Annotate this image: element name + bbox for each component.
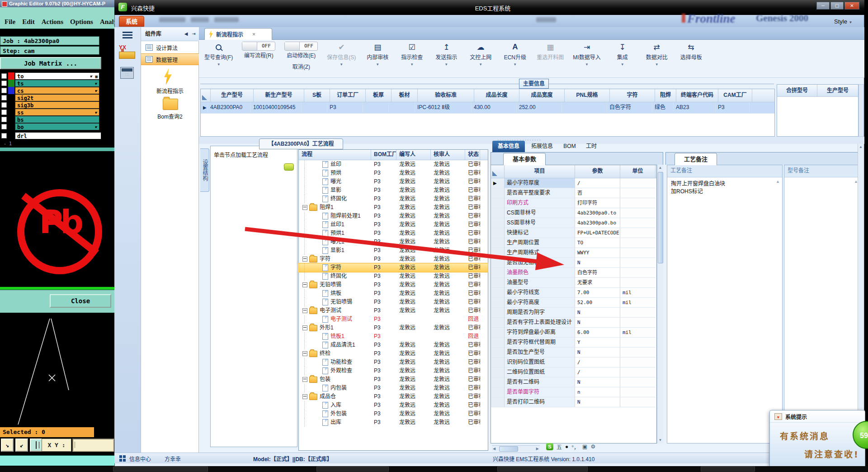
ime-tools-icon[interactable]: ⚙	[590, 443, 595, 450]
param-row[interactable]: 油墨颜色白色字符	[491, 268, 656, 278]
editor-menu-analy[interactable]: Analy	[100, 18, 114, 26]
layer-row-ss[interactable]: ss☛	[0, 109, 99, 116]
flow-row[interactable]: 字符P3龙敦远龙敦远已审核	[299, 263, 488, 272]
scrollbar-thumb[interactable]	[499, 446, 518, 452]
flow-row[interactable]: 丝印P3龙敦远龙敦远已审核	[299, 160, 488, 169]
scroll-right-icon[interactable]: ▶	[536, 446, 539, 452]
chevron-down-icon[interactable]: ▼	[585, 62, 589, 67]
toolbar-button-select-motherboard[interactable]: ⇆选择母板	[679, 42, 704, 61]
ime-softkeyboard-icon[interactable]: ▣	[582, 443, 587, 450]
scroll-left-icon[interactable]: ◀	[493, 446, 495, 452]
expand-icon[interactable]	[302, 325, 307, 330]
flow-row[interactable]: 显影1P3龙敦远龙敦远已审核	[299, 246, 488, 255]
toolbar-button-write-flow-toggle[interactable]: OFF编写流程(R)	[242, 42, 275, 59]
layer-row-to[interactable]: to☛ ▦	[0, 72, 99, 80]
scroll-up-icon[interactable]: ▲	[776, 179, 780, 184]
column-header[interactable]: 编写人	[396, 150, 431, 160]
tab-new-flow-instruction[interactable]: 新流程指示 ×	[204, 28, 272, 40]
param-row[interactable]: 是否字符框代替周期Y	[491, 338, 656, 348]
layer-checkbox[interactable]	[0, 80, 8, 87]
layer-row-bo[interactable]: bo☛	[0, 123, 99, 130]
chevron-down-icon[interactable]: ▼	[621, 62, 624, 67]
hamburger-menu-icon[interactable]	[123, 32, 132, 33]
column-header[interactable]: 生产型号	[211, 89, 254, 102]
sidebar-item-design-algorithm[interactable]: 设计算法	[141, 42, 199, 53]
flow-row[interactable]: 终固化P3龙敦远龙敦远已审核	[299, 195, 488, 203]
job-matrix-button[interactable]: Job Matrix ...	[0, 57, 101, 69]
tile-windows-button[interactable]	[30, 439, 42, 452]
chevron-down-icon[interactable]: ▼	[376, 62, 379, 67]
toggle-switch[interactable]: OFF	[242, 42, 275, 51]
sidebar-item-data-management[interactable]: 数据管理	[141, 53, 199, 65]
toolbar-button-integrate[interactable]: ↧集成▼	[610, 42, 635, 67]
expand-icon[interactable]	[302, 394, 307, 399]
calculator-icon[interactable]	[120, 67, 134, 79]
column-header[interactable]: 项目	[505, 165, 575, 178]
param-row[interactable]: ▶最小字符厚度/	[491, 178, 656, 188]
column-header[interactable]: 单位	[620, 165, 656, 178]
column-header[interactable]: S板	[304, 89, 330, 102]
param-row[interactable]: SS面菲林号4ab2300pa0.bo	[491, 218, 656, 228]
column-header[interactable]: 合拼型号	[777, 85, 817, 96]
flow-row[interactable]: 预烘P3龙敦远龙敦远已审核	[299, 169, 488, 177]
toolbar-button-start-edit-toggle[interactable]: OFF启动修改(E)取消(Z)	[284, 42, 318, 70]
panel-back-icon[interactable]: ◀	[183, 30, 189, 38]
folder-icon[interactable]	[163, 99, 178, 110]
expand-icon[interactable]	[302, 257, 307, 262]
param-row[interactable]: 是否打印二维码N	[491, 397, 656, 407]
toolbar-button-ecn-upgrade[interactable]: AECN升级▼	[502, 42, 528, 67]
scrollbar-thumb[interactable]	[658, 172, 663, 263]
expand-icon[interactable]	[302, 308, 307, 313]
param-row[interactable]: 字符到焊盘最小距离6.00mil	[491, 328, 656, 338]
layer-checkbox[interactable]	[0, 116, 8, 123]
editor-menu-actions[interactable]: Actions	[42, 18, 63, 26]
chevron-down-icon[interactable]: ▼	[410, 62, 414, 67]
flow-row[interactable]: 包装P3龙敦远龙敦远已审核	[299, 375, 488, 384]
toolbar-button-instruction-check[interactable]: ☑指示检查▼	[399, 42, 425, 67]
flow-row[interactable]: 烘板P3龙敦远龙敦远已审核	[299, 289, 488, 298]
yx-factory-icon[interactable]: YX	[119, 44, 137, 62]
expand-icon[interactable]	[302, 205, 307, 210]
user-name[interactable]: 方幸幸	[165, 455, 181, 462]
shortcut-new-flow[interactable]: 新流程指示	[141, 87, 199, 95]
column-header[interactable]: 字符	[610, 89, 655, 102]
taskbar-item[interactable]	[316, 467, 389, 472]
ime-fullwidth-icon[interactable]: ●	[565, 443, 568, 450]
flow-row[interactable]: 出库P3龙敦远龙敦远已审核	[299, 418, 488, 427]
system-message-popup[interactable]: ♥ 系统提示 有系统消息 请注意查收!	[769, 410, 865, 468]
layer-row-bs[interactable]: bs	[0, 116, 99, 123]
info-center-icon[interactable]	[119, 455, 122, 458]
flow-row[interactable]: 成品仓P3龙敦远龙敦远已审核	[299, 392, 488, 401]
column-header[interactable]: 终端客户代码	[676, 89, 718, 102]
param-row[interactable]: 是否有字符上表面处理设计N	[491, 318, 656, 328]
flow-row[interactable]: 功能检查P3龙敦远龙敦远已审核	[299, 358, 488, 367]
minimize-button[interactable]: ─	[816, 2, 830, 10]
chevron-down-icon[interactable]: ▼	[217, 62, 221, 67]
scroll-up-icon[interactable]: ▲	[657, 165, 663, 171]
toolbar-button-doc-control-upload[interactable]: ☁文控上网▼	[468, 42, 493, 67]
column-header[interactable]: 流程	[299, 150, 371, 160]
layer-row-sig3b[interactable]: sig3b	[0, 101, 99, 109]
column-header[interactable]: CAM工厂	[718, 89, 752, 102]
column-header[interactable]: 验收标准	[418, 89, 474, 102]
select-all-icon[interactable]	[492, 171, 497, 176]
flow-row[interactable]: 阻焊1P3龙敦远龙敦远已审核	[299, 203, 488, 212]
tab-basic-params[interactable]: 基本参数	[503, 153, 546, 165]
layer-checkbox[interactable]	[0, 123, 8, 130]
flow-row[interactable]: 丝印1P3龙敦远龙敦远已审核	[299, 220, 488, 229]
chevron-down-icon[interactable]: ▼	[340, 62, 343, 67]
param-row[interactable]: 是否有二维码N	[491, 377, 656, 387]
column-header[interactable]: 状态	[465, 150, 480, 160]
tab-extended-info[interactable]: 拓展信息	[526, 141, 558, 152]
toolbar-button-data-compare[interactable]: ⇄数据对比▼	[644, 42, 670, 67]
xy-input[interactable]: ▏	[72, 439, 114, 452]
style-menu[interactable]: Style ▼	[834, 18, 852, 25]
expand-icon[interactable]	[302, 351, 307, 356]
chevron-down-icon[interactable]: ▼	[513, 62, 517, 67]
info-center-label[interactable]: 信息中心	[129, 455, 151, 462]
flow-row[interactable]: 内包装P3龙敦远龙敦远已审核	[299, 384, 488, 392]
graphic-editor-titlebar[interactable]: Graphic Editor 9.07b2 (00@HY-HYCAM-P	[0, 0, 114, 7]
flow-row[interactable]: 曝光P3龙敦远龙敦远已审核	[299, 177, 488, 186]
column-header[interactable]: 成品长度	[474, 89, 519, 102]
param-row[interactable]: 是否加无铅标记N	[491, 258, 656, 268]
